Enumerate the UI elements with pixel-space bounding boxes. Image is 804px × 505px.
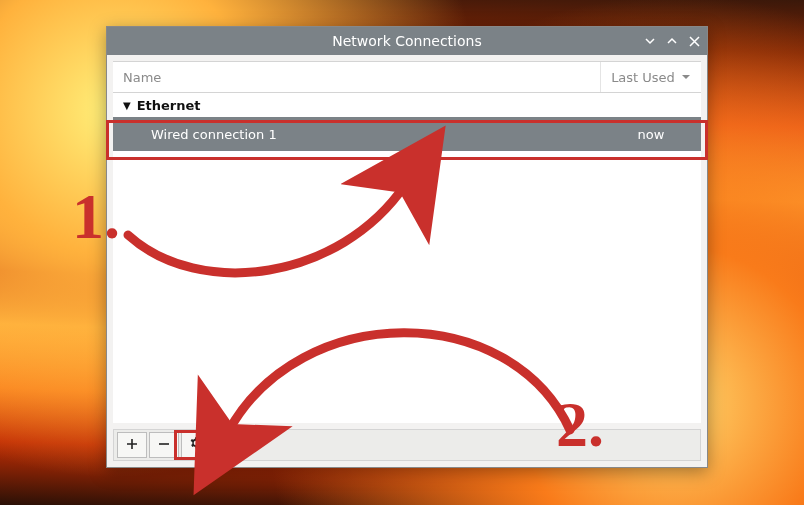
network-connections-window: Network Connections Name Last Used [106,26,708,468]
close-icon[interactable] [687,34,701,48]
window-content: Name Last Used ▼ Ethernet Wired connecti… [107,55,707,467]
minimize-icon[interactable] [643,34,657,48]
group-label: Ethernet [137,98,201,113]
column-name-header[interactable]: Name [113,62,601,92]
annotation-highlight-row [106,120,708,160]
disclosure-triangle-icon[interactable]: ▼ [123,100,131,111]
desktop-background: Network Connections Name Last Used [0,0,804,505]
minus-icon [158,436,170,454]
maximize-icon[interactable] [665,34,679,48]
titlebar-controls [643,27,701,55]
column-headers: Name Last Used [113,61,701,93]
sort-desc-icon [681,70,691,85]
window-titlebar: Network Connections [107,27,707,55]
add-button[interactable] [117,432,147,458]
plus-icon [126,436,138,454]
group-ethernet[interactable]: ▼ Ethernet [113,93,701,117]
column-name-label: Name [123,70,161,85]
window-title: Network Connections [332,33,481,49]
column-last-used-label: Last Used [611,70,675,85]
column-last-used-header[interactable]: Last Used [601,62,701,92]
annotation-highlight-gear [174,430,206,460]
